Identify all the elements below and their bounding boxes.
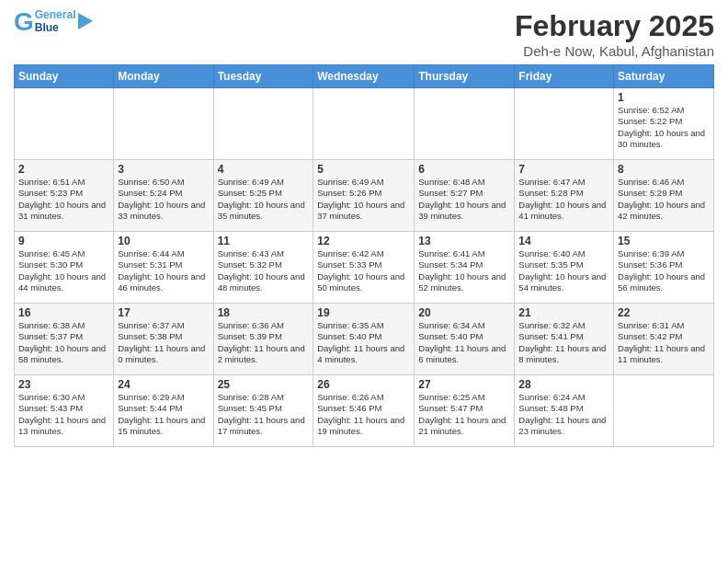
day-info: Sunrise: 6:29 AM [118, 392, 209, 403]
day-info: Sunset: 5:44 PM [118, 403, 209, 414]
day-number: 11 [218, 235, 310, 247]
day-cell: 18Sunrise: 6:36 AMSunset: 5:39 PMDayligh… [213, 304, 313, 375]
day-number: 13 [418, 235, 510, 247]
day-info: Sunset: 5:37 PM [18, 331, 109, 342]
day-info: Sunrise: 6:50 AM [118, 177, 209, 188]
day-info: Sunrise: 6:49 AM [317, 177, 410, 188]
day-number: 28 [518, 378, 609, 391]
day-info: Sunrise: 6:47 AM [518, 177, 609, 188]
day-number: 14 [518, 235, 609, 247]
day-info: Sunrise: 6:25 AM [418, 392, 510, 403]
day-info: Sunrise: 6:39 AM [618, 248, 710, 259]
header-thursday: Thursday [415, 65, 515, 88]
day-info: Daylight: 11 hours and 4 minutes. [317, 343, 410, 366]
day-info: Sunset: 5:45 PM [218, 403, 310, 414]
day-info: Sunset: 5:22 PM [618, 116, 710, 127]
logo-blue: Blue [35, 22, 76, 35]
day-cell: 9Sunrise: 6:45 AMSunset: 5:30 PMDaylight… [15, 232, 114, 304]
day-info: Daylight: 11 hours and 0 minutes. [118, 343, 209, 366]
day-info: Sunrise: 6:26 AM [317, 392, 410, 403]
day-cell: 22Sunrise: 6:31 AMSunset: 5:42 PMDayligh… [614, 304, 714, 375]
day-info: Sunset: 5:35 PM [518, 259, 609, 270]
day-cell: 5Sunrise: 6:49 AMSunset: 5:26 PMDaylight… [313, 160, 415, 232]
week-row-1: 1Sunrise: 6:52 AMSunset: 5:22 PMDaylight… [15, 88, 714, 160]
day-number: 4 [218, 163, 310, 176]
week-row-3: 9Sunrise: 6:45 AMSunset: 5:30 PMDaylight… [15, 232, 714, 304]
day-info: Sunset: 5:39 PM [218, 331, 310, 342]
calendar-header-row: Sunday Monday Tuesday Wednesday Thursday… [15, 65, 714, 88]
day-info: Sunset: 5:24 PM [118, 188, 209, 199]
day-info: Sunset: 5:41 PM [518, 331, 609, 342]
day-info: Sunset: 5:33 PM [317, 259, 410, 270]
day-number: 25 [218, 378, 310, 391]
day-info: Sunset: 5:34 PM [418, 259, 510, 270]
week-row-4: 16Sunrise: 6:38 AMSunset: 5:37 PMDayligh… [15, 304, 714, 375]
day-info: Daylight: 10 hours and 52 minutes. [418, 271, 510, 294]
day-number: 24 [118, 378, 209, 391]
day-info: Sunset: 5:32 PM [218, 259, 310, 270]
header-friday: Friday [515, 65, 614, 88]
day-cell: 14Sunrise: 6:40 AMSunset: 5:35 PMDayligh… [515, 232, 614, 304]
day-cell: 11Sunrise: 6:43 AMSunset: 5:32 PMDayligh… [213, 232, 313, 304]
day-cell: 16Sunrise: 6:38 AMSunset: 5:37 PMDayligh… [15, 304, 114, 375]
day-info: Sunset: 5:40 PM [317, 331, 410, 342]
day-info: Sunrise: 6:34 AM [418, 320, 510, 331]
day-info: Sunset: 5:30 PM [18, 259, 109, 270]
day-number: 27 [418, 378, 510, 391]
day-cell: 23Sunrise: 6:30 AMSunset: 5:43 PMDayligh… [15, 375, 114, 447]
day-info: Sunrise: 6:35 AM [317, 320, 410, 331]
header-sunday: Sunday [15, 65, 114, 88]
day-info: Sunset: 5:31 PM [118, 259, 209, 270]
day-cell: 2Sunrise: 6:51 AMSunset: 5:23 PMDaylight… [15, 160, 114, 232]
day-info: Daylight: 11 hours and 21 minutes. [418, 415, 510, 438]
day-cell: 15Sunrise: 6:39 AMSunset: 5:36 PMDayligh… [614, 232, 714, 304]
day-info: Daylight: 11 hours and 19 minutes. [317, 415, 410, 438]
day-info: Sunset: 5:36 PM [618, 259, 710, 270]
day-info: Daylight: 11 hours and 15 minutes. [118, 415, 209, 438]
day-cell: 20Sunrise: 6:34 AMSunset: 5:40 PMDayligh… [415, 304, 515, 375]
day-info: Sunset: 5:43 PM [18, 403, 109, 414]
logo-text-block: General Blue [35, 9, 76, 35]
day-info: Daylight: 10 hours and 35 minutes. [218, 200, 310, 223]
day-info: Daylight: 11 hours and 17 minutes. [218, 415, 310, 438]
day-info: Sunset: 5:46 PM [317, 403, 410, 414]
day-info: Sunset: 5:40 PM [418, 331, 510, 342]
header-monday: Monday [114, 65, 213, 88]
day-info: Sunrise: 6:51 AM [18, 177, 109, 188]
day-number: 20 [418, 306, 510, 319]
day-info: Daylight: 10 hours and 31 minutes. [18, 200, 109, 223]
day-number: 1 [618, 91, 710, 104]
day-cell [114, 88, 213, 160]
day-info: Sunrise: 6:31 AM [618, 320, 710, 331]
day-cell: 13Sunrise: 6:41 AMSunset: 5:34 PMDayligh… [415, 232, 515, 304]
day-info: Sunset: 5:47 PM [418, 403, 510, 414]
day-info: Sunrise: 6:42 AM [317, 248, 410, 259]
day-number: 21 [518, 306, 609, 319]
day-info: Sunset: 5:48 PM [518, 403, 609, 414]
day-info: Sunrise: 6:43 AM [218, 248, 310, 259]
day-info: Daylight: 10 hours and 44 minutes. [18, 271, 109, 294]
day-info: Sunset: 5:38 PM [118, 331, 209, 342]
day-cell: 17Sunrise: 6:37 AMSunset: 5:38 PMDayligh… [114, 304, 213, 375]
month-title: February 2025 [515, 9, 714, 43]
day-info: Sunset: 5:42 PM [618, 331, 710, 342]
day-info: Daylight: 11 hours and 11 minutes. [618, 343, 710, 366]
logo-g: G [14, 9, 34, 35]
day-cell: 4Sunrise: 6:49 AMSunset: 5:25 PMDaylight… [213, 160, 313, 232]
logo-general: General [35, 9, 76, 22]
day-info: Daylight: 10 hours and 39 minutes. [418, 200, 510, 223]
day-info: Sunrise: 6:36 AM [218, 320, 310, 331]
day-number: 22 [618, 306, 710, 319]
day-info: Sunset: 5:26 PM [317, 188, 410, 199]
day-info: Sunrise: 6:28 AM [218, 392, 310, 403]
day-info: Daylight: 11 hours and 2 minutes. [218, 343, 310, 366]
day-info: Sunrise: 6:37 AM [118, 320, 209, 331]
day-number: 16 [18, 306, 109, 319]
day-info: Daylight: 11 hours and 23 minutes. [518, 415, 609, 438]
day-number: 6 [418, 163, 510, 176]
day-number: 15 [618, 235, 710, 247]
calendar-table: Sunday Monday Tuesday Wednesday Thursday… [14, 64, 714, 447]
day-number: 5 [317, 163, 410, 176]
day-info: Sunset: 5:25 PM [218, 188, 310, 199]
week-row-2: 2Sunrise: 6:51 AMSunset: 5:23 PMDaylight… [15, 160, 714, 232]
